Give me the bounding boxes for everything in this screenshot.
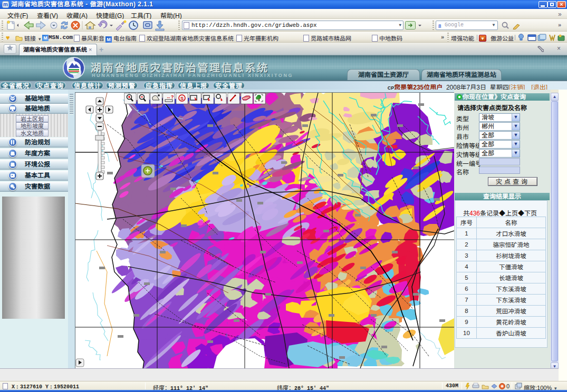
svg-text:S: S: [180, 96, 184, 101]
svg-text:↔?: ↔?: [166, 94, 174, 100]
